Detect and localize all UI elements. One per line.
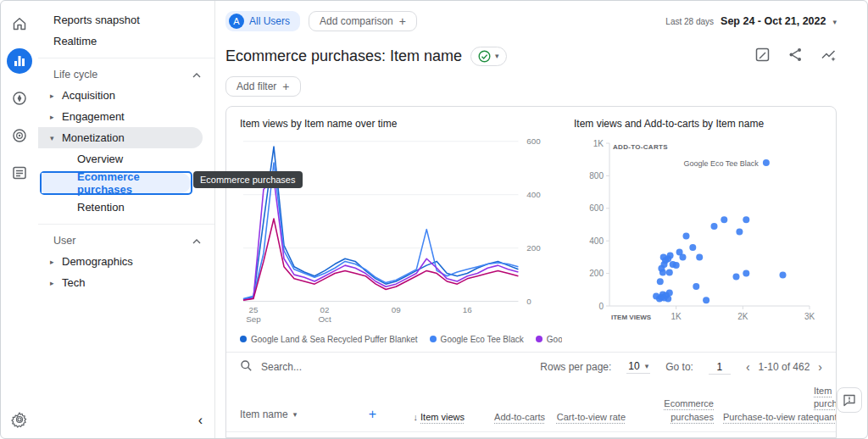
- sidebar-item-realtime[interactable]: Realtime: [38, 31, 214, 52]
- reports-nav-icon[interactable]: [7, 48, 32, 74]
- sidebar-item-engagement[interactable]: ▸ Engagement: [38, 106, 214, 127]
- column-header-purchase-to-view-rate[interactable]: Purchase-to-view rate: [714, 411, 814, 424]
- svg-text:3K: 3K: [804, 312, 815, 321]
- scatter-chart-panel: Item views and Add-to-carts by Item name…: [574, 118, 822, 345]
- sidebar-item-label: Acquisition: [62, 89, 115, 102]
- sidebar-item-monetization[interactable]: ▾ Monetization: [38, 127, 203, 148]
- sidebar-item-label: Engagement: [62, 110, 125, 123]
- svg-text:09: 09: [392, 305, 401, 314]
- sidebar-item-ecommerce-purchases[interactable]: Ecommerce purchases: [42, 173, 191, 193]
- explore-nav-icon[interactable]: [7, 86, 32, 111]
- sidebar-section-user[interactable]: User: [38, 231, 214, 251]
- legend-label: Goo: [547, 335, 562, 344]
- column-header-cart-to-view-rate[interactable]: Cart-to-view rate: [545, 411, 626, 424]
- advertising-nav-icon[interactable]: [7, 123, 32, 148]
- column-header-item-purchase-quantity[interactable]: Item purchase quantity: [814, 385, 837, 424]
- svg-text:ITEM VIEWS: ITEM VIEWS: [611, 314, 652, 321]
- rows-per-page-select[interactable]: 10 ▾: [626, 360, 650, 374]
- tooltip: Ecommerce purchases: [193, 171, 303, 188]
- collapse-sidebar-button[interactable]: ‹: [198, 413, 203, 428]
- add-filter-button[interactable]: Add filter +: [225, 76, 301, 97]
- previous-page-icon[interactable]: ‹: [746, 360, 750, 374]
- all-users-label: All Users: [249, 15, 290, 27]
- chevron-right-icon: ▸: [50, 279, 62, 287]
- svg-text:600: 600: [526, 136, 541, 146]
- chart-legend: Google Land & Sea Recycled Puffer Blanke…: [240, 333, 562, 345]
- chevron-down-icon: ▾: [645, 362, 649, 370]
- add-comparison-button[interactable]: Add comparison +: [309, 11, 417, 31]
- left-nav-rail: [1, 1, 38, 438]
- svg-text:16: 16: [463, 305, 472, 314]
- sidebar-divider: [38, 58, 214, 58]
- avatar: A: [229, 14, 244, 29]
- legend-item[interactable]: Google Land & Sea Recycled Puffer Blanke…: [240, 335, 418, 344]
- column-label: Add-to-carts: [494, 412, 545, 422]
- analytics-app-window: Reports snapshot Realtime Life cycle ▸ A…: [0, 0, 868, 439]
- svg-text:1K: 1K: [671, 312, 682, 321]
- all-users-chip[interactable]: A All Users: [225, 11, 300, 31]
- library-nav-icon[interactable]: [7, 160, 32, 186]
- table-toolbar: Rows per page: 10 ▾ Go to: ‹ 1-10 of 462…: [226, 352, 836, 381]
- chevron-right-icon: ▸: [50, 258, 62, 266]
- sidebar-item-retention[interactable]: Retention: [38, 197, 214, 218]
- sidebar-item-label: Tech: [62, 276, 85, 289]
- item-name-header-label: Item name: [240, 408, 288, 422]
- next-page-icon[interactable]: ›: [818, 360, 822, 374]
- chevron-up-icon: [192, 235, 201, 247]
- svg-text:400: 400: [589, 236, 604, 246]
- sidebar-section-life-cycle[interactable]: Life cycle: [38, 64, 214, 85]
- scatter-chart: 02004006008001K1K2K3KADD-TO-CARTSITEM VI…: [574, 131, 828, 335]
- home-icon[interactable]: [7, 11, 32, 36]
- customize-report-icon[interactable]: [754, 47, 771, 66]
- legend-item[interactable]: Goo: [536, 335, 562, 344]
- rows-per-page-value: 10: [628, 360, 639, 372]
- line-chart: 020040060025Sep02Oct0916: [240, 131, 562, 331]
- search-icon: [240, 359, 253, 375]
- admin-gear-icon[interactable]: [1, 411, 38, 428]
- sidebar-item-tech[interactable]: ▸ Tech: [38, 272, 214, 293]
- legend-label: Google Eco Tee Black: [441, 335, 524, 344]
- report-header: Ecommerce purchases: Item name ▾: [225, 43, 837, 69]
- svg-text:0: 0: [526, 297, 531, 306]
- chevron-up-icon: [192, 69, 201, 81]
- chevron-right-icon: ▸: [50, 92, 62, 100]
- add-dimension-button[interactable]: +: [369, 405, 388, 424]
- scatter-chart-title: Item views and Add-to-carts by Item name: [574, 118, 822, 130]
- sidebar-item-reports-snapshot[interactable]: Reports snapshot: [38, 9, 214, 31]
- chevron-down-icon: ▾: [495, 52, 499, 60]
- plus-icon: +: [282, 81, 289, 92]
- legend-dot: [240, 336, 247, 342]
- filter-bar: Add filter +: [225, 76, 837, 97]
- pagination-range-label: 1-10 of 462: [759, 361, 810, 373]
- column-header-item-views[interactable]: ↓Item views: [388, 411, 465, 424]
- sidebar-item-label: Overview: [77, 153, 123, 165]
- sidebar-item-demographics[interactable]: ▸ Demographics: [38, 251, 214, 272]
- sidebar-item-acquisition[interactable]: ▸ Acquisition: [38, 85, 214, 106]
- svg-text:ADD-TO-CARTS: ADD-TO-CARTS: [613, 143, 668, 151]
- chevron-down-icon: ▾: [832, 18, 837, 26]
- legend-label: Google Land & Sea Recycled Puffer Blanke…: [251, 335, 418, 344]
- column-header-item-name[interactable]: Item name ▾ +: [240, 405, 388, 424]
- sidebar-divider: [38, 224, 214, 225]
- svg-text:Google Eco Tee Black: Google Eco Tee Black: [683, 159, 759, 168]
- date-range-picker[interactable]: Last 28 days Sep 24 - Oct 21, 2022 ▾: [665, 15, 837, 27]
- data-quality-badge[interactable]: ▾: [470, 47, 507, 66]
- share-icon[interactable]: [787, 47, 804, 66]
- column-header-ecommerce-purchases[interactable]: Ecommerce purchases: [626, 397, 714, 424]
- rows-per-page: Rows per page:: [540, 361, 611, 373]
- insights-icon[interactable]: [821, 47, 837, 66]
- table-header-row: Item name ▾ + ↓Item views Add-to-carts C…: [226, 381, 836, 432]
- feedback-button[interactable]: [837, 387, 862, 413]
- legend-item[interactable]: Google Eco Tee Black: [430, 335, 524, 344]
- sidebar-item-overview[interactable]: Overview: [38, 148, 214, 169]
- comparison-bar: A All Users Add comparison + Last 28 day…: [225, 9, 837, 33]
- section-label: Life cycle: [53, 69, 97, 81]
- date-range-label: Sep 24 - Oct 21, 2022: [721, 15, 826, 27]
- svg-text:800: 800: [589, 171, 604, 181]
- column-header-add-to-carts[interactable]: Add-to-carts: [465, 411, 545, 424]
- sidebar-item-label: Demographics: [62, 255, 133, 268]
- search-input[interactable]: [259, 360, 412, 374]
- sidebar-item-label: Monetization: [62, 131, 125, 144]
- legend-dot: [536, 336, 542, 342]
- goto-page-input[interactable]: [709, 360, 731, 375]
